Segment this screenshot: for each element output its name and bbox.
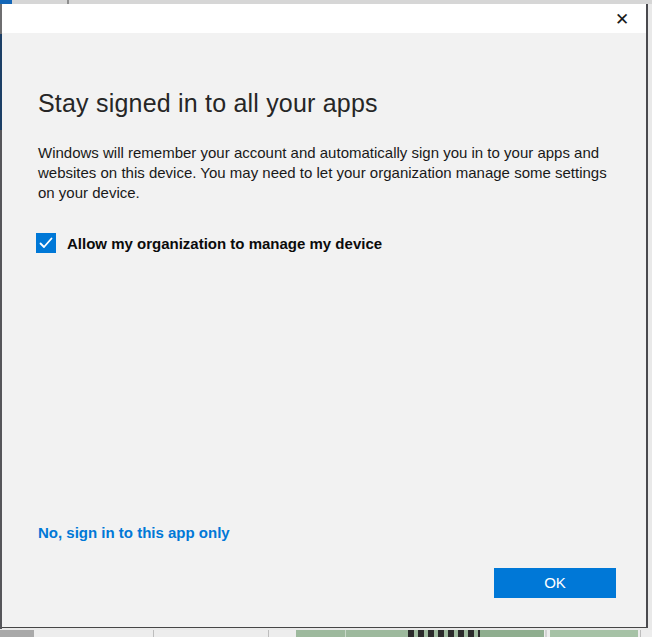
sign-in-app-only-link[interactable]: No, sign in to this app only bbox=[38, 524, 230, 541]
background-gridline bbox=[545, 630, 547, 637]
allow-org-manage-checkbox[interactable]: Allow my organization to manage my devic… bbox=[36, 233, 382, 253]
background-gridline bbox=[153, 630, 154, 637]
background-gridline bbox=[345, 630, 346, 637]
dialog-titlebar: ✕ bbox=[2, 4, 646, 33]
background-cell bbox=[550, 630, 638, 637]
stay-signed-in-dialog: ✕ Stay signed in to all your apps Window… bbox=[2, 4, 648, 628]
description-line: websites on this device. You may need to… bbox=[38, 163, 613, 183]
checkbox-label: Allow my organization to manage my devic… bbox=[67, 235, 382, 252]
close-icon: ✕ bbox=[615, 11, 629, 28]
background-gridline bbox=[268, 630, 269, 637]
description-line: on your device. bbox=[38, 183, 613, 203]
checkbox-checked-icon bbox=[36, 233, 56, 253]
page-title: Stay signed in to all your apps bbox=[38, 88, 378, 118]
background-gridline bbox=[640, 630, 641, 637]
background-window-bottom-edge bbox=[0, 630, 652, 637]
dialog-description: Windows will remember your account and a… bbox=[38, 143, 613, 203]
background-cell bbox=[480, 630, 544, 637]
close-button[interactable]: ✕ bbox=[606, 6, 638, 32]
screen: ✕ Stay signed in to all your apps Window… bbox=[0, 0, 652, 637]
background-cell bbox=[0, 630, 34, 637]
description-line: Windows will remember your account and a… bbox=[38, 143, 613, 163]
checkmark-icon bbox=[39, 237, 53, 249]
ok-button[interactable]: OK bbox=[494, 568, 616, 598]
